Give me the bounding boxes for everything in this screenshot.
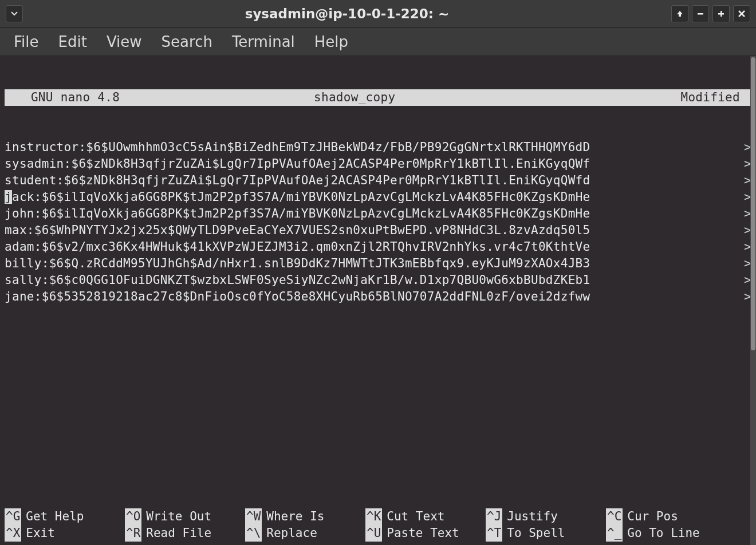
shortcut-key: ^X — [5, 525, 21, 542]
shortcut-key: ^J — [486, 508, 502, 525]
editor-line: jane:$6$5352819218ac27c8$DnFioOsc0fYoC58… — [5, 289, 751, 305]
nano-shortcut: ^XExit — [5, 525, 125, 542]
shortcut-key: ^W — [245, 508, 262, 525]
nano-header: GNU nano 4.8 shadow_copy Modified — [5, 89, 751, 106]
editor-line: sysadmin:$6$zNDk8H3qfjrZuZAi$LgQr7IpPVAu… — [5, 156, 751, 172]
nano-shortcut: ^WWhere Is — [245, 508, 365, 525]
editor-line: sally:$6$c0QGG1OFuiDGNKZT$wzbxLSWF0SyeSi… — [5, 272, 751, 289]
window-title: sysadmin@ip-10-0-1-220: ~ — [23, 6, 671, 21]
shortcut-label: Read File — [146, 525, 211, 542]
nano-version: GNU nano 4.8 — [5, 89, 245, 106]
shortcut-label: Exit — [26, 525, 55, 542]
nano-shortcut-bar: ^GGet Help^OWrite Out^WWhere Is^KCut Tex… — [5, 508, 745, 542]
menu-terminal[interactable]: Terminal — [232, 33, 295, 50]
window-controls — [671, 5, 750, 22]
window-menu-button[interactable] — [6, 5, 23, 22]
terminal-area[interactable]: GNU nano 4.8 shadow_copy Modified instru… — [0, 56, 756, 545]
maximize-button[interactable] — [712, 5, 730, 22]
minimize-icon — [696, 10, 704, 18]
nano-shortcut: ^OWrite Out — [125, 508, 245, 525]
editor-content[interactable]: instructor:$6$UOwmhhmO3cC5sAin$BiZedhEm9… — [5, 139, 751, 305]
svg-rect-2 — [718, 13, 724, 15]
shortcut-key: ^U — [365, 525, 382, 542]
shortcut-label: Get Help — [26, 508, 84, 525]
shortcut-key: ^K — [365, 508, 382, 525]
shortcut-label: Where Is — [266, 508, 324, 525]
close-icon — [738, 10, 746, 18]
keep-above-button[interactable] — [671, 5, 688, 22]
shortcut-label: To Spell — [507, 525, 565, 542]
editor-line: billy:$6$Q.zRCddM95YUJhGh$Ad/nHxr1.snlB9… — [5, 255, 751, 272]
shortcut-key: ^G — [5, 508, 21, 525]
shortcut-label: Write Out — [146, 508, 211, 525]
nano-shortcut: ^TTo Spell — [486, 525, 606, 542]
minimize-button[interactable] — [692, 5, 709, 22]
shortcut-label: Cut Text — [387, 508, 444, 525]
terminal-scrollbar[interactable] — [750, 56, 756, 545]
editor-line: jack:$6$ilIqVoXkja6GG8PK$tJm2P2pf3S7A/mi… — [5, 189, 751, 206]
window-titlebar: sysadmin@ip-10-0-1-220: ~ — [0, 0, 756, 27]
menu-view[interactable]: View — [107, 33, 142, 50]
editor-line: adam:$6$v2/mxc36Kx4HWHuk$41kXVPzWJEZJM3i… — [5, 239, 751, 255]
nano-shortcut: ^\Replace — [245, 525, 365, 542]
menubar: File Edit View Search Terminal Help — [0, 27, 756, 56]
nano-modified: Modified — [680, 89, 751, 106]
shortcut-key: ^\ — [245, 525, 262, 542]
nano-filename: shadow_copy — [245, 89, 680, 106]
shortcut-label: Justify — [507, 508, 558, 525]
close-button[interactable] — [733, 5, 750, 22]
nano-shortcut: ^KCut Text — [365, 508, 486, 525]
nano-shortcut: ^GGet Help — [5, 508, 125, 525]
nano-shortcut: ^JJustify — [486, 508, 606, 525]
svg-rect-0 — [698, 13, 703, 15]
text-cursor: j — [5, 190, 12, 204]
scrollbar-thumb[interactable] — [751, 57, 755, 350]
shortcut-key: ^R — [125, 525, 141, 542]
nano-shortcut: ^UPaste Text — [365, 525, 486, 542]
terminal-content: GNU nano 4.8 shadow_copy Modified instru… — [5, 56, 751, 545]
chevron-down-icon — [11, 11, 18, 16]
shortcut-label: Go To Line — [627, 525, 699, 542]
shortcut-key: ^T — [486, 525, 502, 542]
menu-edit[interactable]: Edit — [58, 33, 87, 50]
menu-search[interactable]: Search — [162, 33, 212, 50]
menu-file[interactable]: File — [14, 33, 39, 50]
shortcut-key: ^_ — [606, 525, 623, 542]
nano-shortcut: ^RRead File — [125, 525, 245, 542]
editor-line: max:$6$WhPNYTYJx2jx25x$QWyTLD9PveEaCYeX7… — [5, 222, 751, 239]
shortcut-label: Cur Pos — [627, 508, 678, 525]
shortcut-key: ^C — [606, 508, 623, 525]
plus-icon — [717, 10, 725, 18]
editor-line: student:$6$zNDk8H3qfjrZuZAi$LgQr7IpPVAuf… — [5, 172, 751, 189]
nano-shortcut: ^_Go To Line — [606, 525, 726, 542]
arrow-up-icon — [676, 10, 683, 17]
shortcut-label: Paste Text — [387, 525, 459, 542]
editor-line: instructor:$6$UOwmhhmO3cC5sAin$BiZedhEm9… — [5, 139, 751, 156]
nano-shortcut: ^CCur Pos — [606, 508, 726, 525]
editor-line: john:$6$ilIqVoXkja6GG8PK$tJm2P2pf3S7A/mi… — [5, 206, 751, 222]
menu-help[interactable]: Help — [314, 33, 348, 50]
shortcut-key: ^O — [125, 508, 141, 525]
shortcut-label: Replace — [266, 525, 317, 542]
